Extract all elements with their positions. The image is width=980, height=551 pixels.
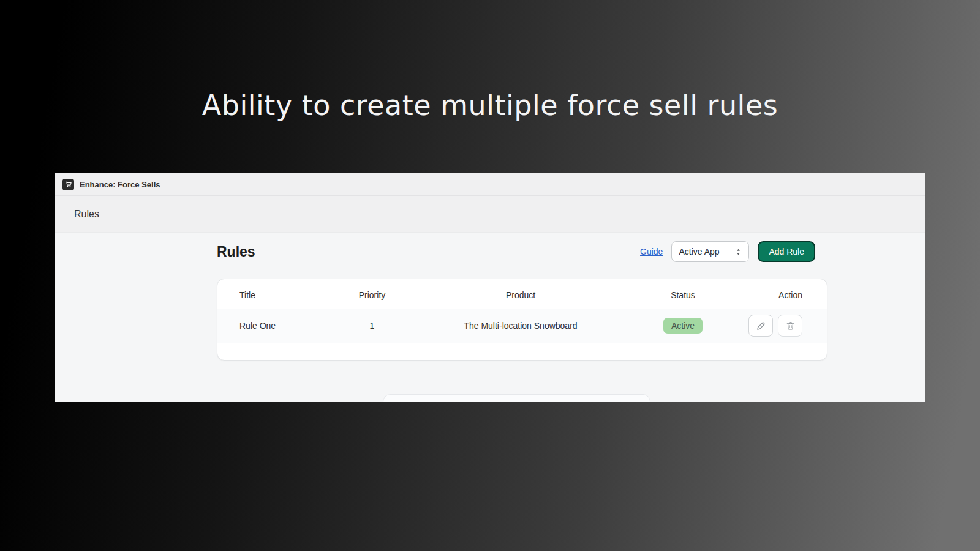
breadcrumb-rules[interactable]: Rules bbox=[74, 209, 99, 220]
page-title: Rules bbox=[217, 242, 255, 261]
partial-card bbox=[383, 394, 650, 402]
rules-table-card: Title Priority Product Status Action Rul… bbox=[217, 279, 827, 361]
table-row: Rule One 1 The Multi-location Snowboard … bbox=[217, 309, 827, 343]
cell-status: Active bbox=[622, 309, 744, 343]
header-controls: Guide Active App Add Rule bbox=[640, 241, 815, 262]
cell-priority: 1 bbox=[325, 309, 420, 343]
column-header-title: Title bbox=[217, 279, 325, 309]
trash-icon bbox=[785, 321, 796, 331]
guide-link[interactable]: Guide bbox=[640, 247, 663, 257]
app-title: Enhance: Force Sells bbox=[80, 180, 160, 189]
cell-action bbox=[744, 309, 827, 343]
rules-table: Title Priority Product Status Action Rul… bbox=[217, 279, 827, 343]
page-header: Rules Guide Active App Add Rule bbox=[217, 241, 815, 262]
column-header-status: Status bbox=[622, 279, 744, 309]
delete-rule-button[interactable] bbox=[778, 315, 802, 337]
table-header-row: Title Priority Product Status Action bbox=[217, 279, 827, 309]
column-header-action: Action bbox=[744, 279, 827, 309]
edit-rule-button[interactable] bbox=[748, 315, 773, 337]
cell-title: Rule One bbox=[217, 309, 325, 343]
app-status-select[interactable]: Active App bbox=[671, 241, 749, 262]
slide-title: Ability to create multiple force sell ru… bbox=[0, 86, 980, 124]
slide-background: Ability to create multiple force sell ru… bbox=[0, 0, 980, 551]
app-titlebar: Enhance: Force Sells bbox=[55, 173, 925, 196]
column-header-product: Product bbox=[420, 279, 622, 309]
status-badge: Active bbox=[663, 318, 703, 334]
add-rule-button[interactable]: Add Rule bbox=[758, 241, 815, 262]
breadcrumb-bar: Rules bbox=[55, 196, 925, 233]
select-spinner-icon bbox=[734, 247, 743, 257]
cell-product: The Multi-location Snowboard bbox=[420, 309, 622, 343]
column-header-priority: Priority bbox=[325, 279, 420, 309]
app-logo-icon bbox=[62, 179, 74, 190]
pencil-icon bbox=[756, 321, 766, 331]
app-status-select-value: Active App bbox=[679, 247, 719, 257]
row-actions bbox=[748, 315, 802, 337]
page-content: Rules Guide Active App Add Rule bbox=[55, 233, 925, 361]
app-window: Enhance: Force Sells Rules Rules Guide A… bbox=[55, 173, 925, 402]
